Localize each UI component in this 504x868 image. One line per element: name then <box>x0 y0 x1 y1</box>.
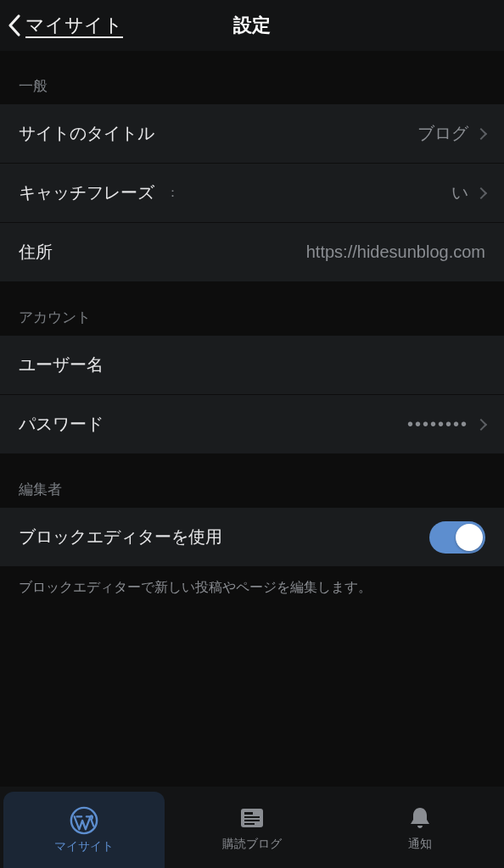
tab-bar: マイサイト 購読ブログ 通知 <box>0 787 504 868</box>
row-value: い <box>451 181 468 204</box>
tab-label: 購読ブログ <box>222 837 282 852</box>
section-header-account: アカウント <box>0 282 504 336</box>
section-header-editor: 編集者 <box>0 454 504 508</box>
nav-bar: マイサイト 設定 <box>0 0 504 51</box>
row-label: ユーザー名 <box>19 353 104 376</box>
row-label: サイトのタイトル <box>19 122 154 145</box>
row-password[interactable]: パスワード •••••••• <box>0 395 504 454</box>
reader-icon <box>238 804 266 832</box>
tab-mysite[interactable]: マイサイト <box>3 792 165 868</box>
chevron-left-icon <box>7 14 22 37</box>
section-header-general: 一般 <box>0 51 504 104</box>
back-label: マイサイト <box>25 13 123 38</box>
chevron-right-icon <box>475 127 487 139</box>
row-site-title[interactable]: サイトのタイトル ブログ <box>0 104 504 164</box>
password-dots: •••••••• <box>407 415 468 434</box>
wordpress-icon <box>70 806 98 835</box>
svg-rect-2 <box>244 812 253 815</box>
page-title: 設定 <box>233 13 271 38</box>
row-label: 住所 <box>19 241 53 264</box>
editor-footnote: ブロックエディターで新しい投稿やページを編集します。 <box>0 567 504 609</box>
tagline-hint: ： <box>166 185 180 201</box>
chevron-right-icon <box>475 186 487 198</box>
row-label: ブロックエディターを使用 <box>19 526 222 548</box>
row-tagline[interactable]: キャッチフレーズ ： い <box>0 164 504 223</box>
row-label: キャッチフレーズ <box>19 181 154 204</box>
row-block-editor: ブロックエディターを使用 <box>0 508 504 567</box>
svg-rect-3 <box>244 816 260 818</box>
row-address[interactable]: 住所 https://hidesunblog.com <box>0 223 504 282</box>
tab-reader[interactable]: 購読ブログ <box>168 787 336 868</box>
toggle-knob <box>456 524 483 551</box>
tab-notifications[interactable]: 通知 <box>336 787 504 868</box>
chevron-right-icon <box>475 418 487 430</box>
row-value: ブログ <box>417 122 468 145</box>
svg-rect-4 <box>244 820 260 821</box>
block-editor-toggle[interactable] <box>429 521 485 554</box>
row-label: パスワード <box>19 413 104 436</box>
bell-icon <box>406 804 434 832</box>
row-value: https://hidesunblog.com <box>306 242 485 262</box>
tab-label: マイサイト <box>54 839 114 854</box>
tab-label: 通知 <box>408 837 432 852</box>
back-button[interactable]: マイサイト <box>0 13 123 38</box>
row-username[interactable]: ユーザー名 <box>0 336 504 395</box>
svg-rect-5 <box>244 823 255 825</box>
